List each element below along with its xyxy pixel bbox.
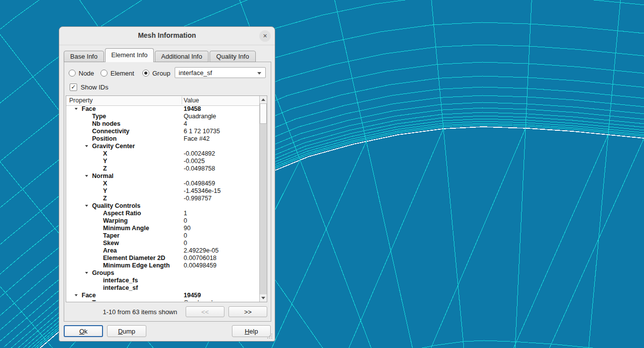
radio-node[interactable]: Node: [69, 68, 94, 79]
value-cell: -0.0025: [184, 158, 205, 165]
prev-page-button[interactable]: <<: [186, 306, 224, 317]
radio-group[interactable]: Group: [142, 68, 170, 79]
table-body: Face19458TypeQuadrangleNb nodes4Connecti…: [66, 105, 259, 301]
property-cell: Y: [103, 187, 107, 195]
value-cell: Face #42: [184, 135, 210, 143]
table-row[interactable]: Warping0: [66, 217, 259, 225]
items-shown-status: 1-10 from 63 items shown: [103, 308, 177, 316]
value-cell: -0.0498758: [184, 165, 215, 173]
scroll-up-icon[interactable]: [260, 96, 267, 103]
tree-expand-icon[interactable]: [75, 294, 78, 296]
property-cell: Area: [103, 247, 117, 255]
table-row[interactable]: TypeQuadrangle: [66, 113, 259, 120]
close-button[interactable]: ×: [259, 30, 271, 42]
column-separator[interactable]: [182, 96, 182, 104]
table-row[interactable]: interface_fs: [66, 277, 259, 284]
table-row[interactable]: Normal: [66, 173, 259, 180]
property-cell: Type: [92, 113, 106, 120]
property-cell: Position: [92, 135, 116, 143]
vertical-scrollbar[interactable]: [259, 96, 267, 302]
tab-quality-info[interactable]: Quality Info: [210, 51, 256, 62]
table-row[interactable]: PositionFace #42: [66, 135, 259, 143]
property-cell: X: [103, 150, 107, 158]
radio-circle-icon[interactable]: [69, 70, 76, 77]
table-row[interactable]: Z-0.998757: [66, 195, 259, 202]
dropdown-arrow-icon: [257, 72, 261, 75]
table-row[interactable]: Face19459: [66, 292, 259, 299]
tree-expand-icon[interactable]: [85, 145, 88, 147]
table-row[interactable]: Minimum Edge Length0.00498459: [66, 262, 259, 269]
resize-grip-icon[interactable]: [266, 333, 272, 339]
tree-expand-icon[interactable]: [85, 175, 88, 177]
property-cell: Z: [103, 195, 107, 202]
property-cell: interface_fs: [103, 277, 138, 284]
table-row[interactable]: Area2.49229e-05: [66, 247, 259, 255]
tree-expand-icon[interactable]: [85, 205, 88, 207]
table-row[interactable]: Quality Controls: [66, 202, 259, 210]
radio-label: Element: [110, 70, 134, 77]
dialog-title: Mesh Information: [59, 31, 275, 39]
property-cell: Normal: [92, 173, 113, 180]
checkbox-label: Show IDs: [81, 84, 108, 91]
table-row[interactable]: Z-0.0498758: [66, 165, 259, 173]
table-row[interactable]: Connectivity6 1 72 10735: [66, 128, 259, 135]
show-ids-checkbox[interactable]: ✓ Show IDs: [70, 83, 108, 91]
property-cell: Element Diameter 2D: [103, 255, 165, 262]
tab-base-info[interactable]: Base Info: [64, 51, 104, 62]
property-cell: Face: [82, 292, 96, 299]
table-row[interactable]: TypeQuadrangle: [66, 299, 259, 301]
next-page-button[interactable]: >>: [228, 306, 267, 317]
property-cell: Minimum Edge Length: [103, 262, 170, 269]
tree-expand-icon[interactable]: [85, 272, 88, 274]
tree-expand-icon[interactable]: [75, 108, 78, 110]
group-select[interactable]: interface_sf: [175, 67, 266, 78]
value-cell: Quadrangle: [184, 299, 216, 301]
tab-additional-info[interactable]: Additional Info: [155, 51, 209, 62]
value-cell: -0.998757: [184, 195, 212, 202]
tab-element-info[interactable]: Element Info: [105, 48, 154, 62]
table-row[interactable]: Skew0: [66, 240, 259, 247]
property-cell: Groups: [92, 269, 114, 277]
close-icon: ×: [263, 32, 267, 40]
value-cell: 0.00706018: [184, 255, 216, 262]
table-row[interactable]: Groups: [66, 269, 259, 277]
table-row[interactable]: Y-0.0025: [66, 158, 259, 165]
radio-circle-icon[interactable]: [101, 70, 107, 77]
value-cell: 0.00498459: [184, 262, 216, 269]
table-row[interactable]: Taper0: [66, 232, 259, 240]
property-cell: Gravity Center: [92, 143, 135, 150]
radio-label: Node: [79, 70, 94, 77]
scroll-down-icon[interactable]: [260, 294, 267, 302]
property-cell: Minimum Angle: [103, 225, 149, 232]
dialog-titlebar[interactable]: Mesh Information ×: [59, 27, 275, 45]
value-cell: 2.49229e-05: [184, 247, 218, 255]
table-row[interactable]: Gravity Center: [66, 143, 259, 150]
property-cell: Connectivity: [92, 128, 129, 135]
column-header-property[interactable]: Property: [69, 97, 93, 104]
help-button[interactable]: Help: [232, 325, 271, 337]
table-row[interactable]: X-0.0498459: [66, 180, 259, 187]
radio-circle-icon[interactable]: [142, 70, 149, 77]
property-cell: Aspect Ratio: [103, 210, 141, 217]
properties-table: Property Value Face19458TypeQuadrangleNb…: [66, 95, 267, 302]
dump-button[interactable]: Dump: [107, 325, 146, 337]
column-header-value[interactable]: Value: [184, 97, 199, 104]
value-cell: 0: [184, 240, 187, 247]
ok-button[interactable]: Ok: [64, 325, 103, 337]
value-cell: Quadrangle: [184, 113, 216, 120]
radio-element[interactable]: Element: [101, 68, 134, 79]
table-row[interactable]: X-0.0024892: [66, 150, 259, 158]
pagination-bar: 1-10 from 63 items shown << >>: [66, 306, 267, 317]
table-row[interactable]: interface_sf: [66, 284, 259, 292]
table-row[interactable]: Nb nodes4: [66, 120, 259, 128]
table-row[interactable]: Face19458: [66, 105, 259, 113]
property-cell: Y: [103, 158, 107, 165]
checkbox-box[interactable]: ✓: [70, 84, 77, 91]
table-row[interactable]: Y-1.45346e-15: [66, 187, 259, 195]
value-cell: 1: [184, 210, 187, 217]
table-row[interactable]: Minimum Angle90: [66, 225, 259, 232]
scrollbar-thumb[interactable]: [260, 103, 267, 124]
property-cell: interface_sf: [103, 284, 138, 292]
table-row[interactable]: Aspect Ratio1: [66, 210, 259, 217]
table-row[interactable]: Element Diameter 2D0.00706018: [66, 255, 259, 262]
